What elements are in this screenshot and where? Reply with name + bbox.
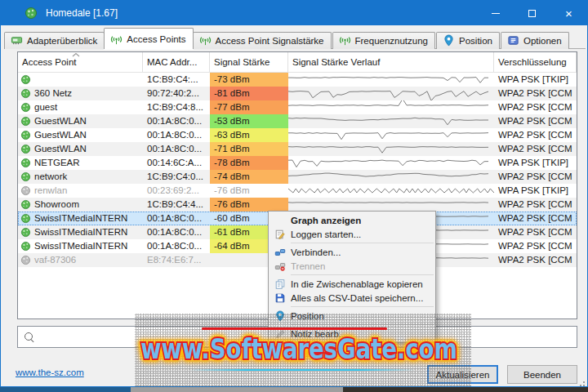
menu-separator xyxy=(291,274,434,275)
column-header-label: Signal Stärke xyxy=(214,57,270,67)
mac-address-cell: E8:74:E6:7... xyxy=(143,253,210,267)
table-row[interactable]: network1C:B9:C4:0...-74 dBmWPA2 PSK [CCM xyxy=(18,170,577,184)
access-point-icon xyxy=(20,144,31,154)
menu-item-verbinden[interactable]: Verbinden... xyxy=(269,245,435,259)
watermark-cyan-line xyxy=(189,369,415,371)
tab-frequenznutzung[interactable]: Frequenznutzung xyxy=(332,32,436,49)
column-header-signal-stärke-verlauf[interactable]: Signal Stärke Verlauf xyxy=(288,52,494,72)
encryption-cell: WPA2 PSK [CCM xyxy=(494,253,577,267)
connect-icon xyxy=(269,247,291,258)
quit-button[interactable]: Beenden xyxy=(507,365,577,384)
menu-item-alles-als-csv-datei-speichern[interactable]: Alles als CSV-Datei speichern... xyxy=(269,291,435,305)
mac-address-cell: 1C:B9:C4:... xyxy=(143,73,210,87)
search-icon xyxy=(24,332,34,342)
signal-history-sparkline xyxy=(288,170,494,184)
signal-strength-cell: -77 dBm xyxy=(210,100,288,114)
column-header-label: Signal Stärke Verlauf xyxy=(292,57,380,67)
column-header-signal-stärke[interactable]: Signal Stärke xyxy=(210,52,288,72)
mac-address-cell: 1C:B9:C4:8... xyxy=(143,100,210,114)
menu-item-loggen-starten[interactable]: Loggen starten... xyxy=(269,227,435,241)
signal-strength-cell: -78 dBm xyxy=(210,156,288,170)
menu-item-in-die-zwischenablage-kopieren[interactable]: In die Zwischenablage kopieren xyxy=(269,277,435,291)
column-header-mac-addr-[interactable]: MAC Addr... xyxy=(143,52,210,72)
table-row[interactable]: guest1C:B9:C4:8...-77 dBmWPA2 PSK [CCM xyxy=(18,100,577,114)
access-point-icon xyxy=(20,74,31,85)
table-row[interactable]: GuestWLAN00:1A:8C:0...-71 dBmWPA2 PSK [C… xyxy=(18,142,577,156)
table-row[interactable]: 1C:B9:C4:...-73 dBmWPA PSK [TKIP] xyxy=(18,73,577,87)
access-point-icon xyxy=(20,199,31,210)
access-point-icon xyxy=(20,255,31,265)
tab-label: Position xyxy=(459,36,492,46)
copy-icon xyxy=(269,278,291,290)
close-button[interactable]: × xyxy=(550,1,587,25)
ap-name-cell: SwissITMediaINTERN xyxy=(18,225,143,239)
ap-name: NETGEAR xyxy=(34,156,80,170)
tab-access-point-signalstärke[interactable]: Access Point Signalstärke xyxy=(193,32,332,49)
tab-label: Access Point Signalstärke xyxy=(216,36,324,46)
encryption-cell: WPA2 PSK [CCM xyxy=(494,225,577,239)
column-header-label: Access Point xyxy=(22,57,76,67)
mac-address-cell: 00:1A:8C:0... xyxy=(143,128,210,142)
tab-adapterüberblick[interactable]: Adapterüberblick xyxy=(4,32,105,49)
table-row[interactable]: renwlan00:23:69:2...-76 dBmWPA PSK [TKIP… xyxy=(18,184,577,198)
encryption-cell: WPA2 PSK [CCM xyxy=(494,170,577,184)
signal-strength-cell: -73 dBm xyxy=(210,73,288,87)
encryption-cell: WPA2 PSK [CCM xyxy=(494,87,577,100)
encryption-cell: WPA2 PSK [CCM xyxy=(494,212,577,225)
homepage-link[interactable]: www.the-sz.com xyxy=(16,368,84,377)
table-row[interactable]: Showroom1C:B9:C4:4...-76 dBmWPA2 PSK [CC… xyxy=(18,198,577,212)
ap-name: GuestWLAN xyxy=(34,114,87,128)
mac-address-cell: 00:1A:8C:0... xyxy=(143,114,210,128)
mac-address-cell: 00:1A:8C:0... xyxy=(143,212,210,225)
mac-address-cell: 90:72:40:2... xyxy=(143,87,210,100)
minimize-button[interactable] xyxy=(477,1,514,25)
column-header-verschlüsselung[interactable]: Verschlüsselung xyxy=(494,52,577,72)
options-icon xyxy=(507,34,519,47)
resize-grip[interactable] xyxy=(580,381,585,386)
ap-name: vaf-87306 xyxy=(34,253,76,267)
tab-label: Optionen xyxy=(523,36,562,46)
ap-name: GuestWLAN xyxy=(34,142,87,156)
maximize-button[interactable] xyxy=(514,1,550,25)
antenna-icon xyxy=(199,34,212,47)
ap-name-cell: GuestWLAN xyxy=(18,142,143,156)
column-header-label: MAC Addr... xyxy=(147,57,197,67)
tab-optionen[interactable]: Optionen xyxy=(501,32,569,49)
ap-name: GuestWLAN xyxy=(34,128,87,142)
access-point-icon xyxy=(20,185,31,196)
pin-icon xyxy=(443,34,455,47)
tab-label: Access Points xyxy=(127,34,185,44)
watermark-text-label: www.SoftwaresGate.com xyxy=(140,332,457,365)
signal-history-sparkline xyxy=(288,73,494,87)
ap-name-cell: network xyxy=(18,170,143,184)
menu-item-position[interactable]: Position xyxy=(269,309,435,323)
encryption-cell: WPA PSK [TKIP] xyxy=(494,73,577,87)
context-menu: Graph anzeigenLoggen starten...Verbinden… xyxy=(268,211,436,343)
menu-item-graph-anzeigen[interactable]: Graph anzeigen xyxy=(269,213,435,227)
table-header: Access PointMAC Addr...Signal StärkeSign… xyxy=(18,52,577,73)
column-header-access-point[interactable]: Access Point xyxy=(18,52,143,72)
signal-history-sparkline xyxy=(288,142,494,156)
table-row[interactable]: GuestWLAN00:1A:8C:0...-63 dBmWPA2 PSK [C… xyxy=(18,128,577,142)
signal-history-sparkline xyxy=(288,198,494,212)
menu-item-label: Graph anzeigen xyxy=(291,216,361,225)
table-row[interactable]: NETGEAR00:14:6C:A...-78 dBmWPA PSK [TKIP… xyxy=(18,156,577,170)
ap-name-cell: 360 Netz xyxy=(18,87,143,100)
tab-position[interactable]: Position xyxy=(436,32,500,49)
signal-history-sparkline xyxy=(288,114,494,128)
signal-strength-cell: -81 dBm xyxy=(210,87,288,100)
signal-strength-cell: -76 dBm xyxy=(210,198,288,212)
menu-separator xyxy=(291,324,434,325)
app-icon xyxy=(24,7,38,20)
ap-name-cell: GuestWLAN xyxy=(18,128,143,142)
mac-address-cell: 1C:B9:C4:4... xyxy=(143,198,210,212)
encryption-cell: WPA2 PSK [CCM xyxy=(494,142,577,156)
table-row[interactable]: GuestWLAN00:1A:8C:0...-53 dBmWPA2 PSK [C… xyxy=(18,114,577,128)
title-bar: Homedale [1.67] × xyxy=(1,1,587,25)
menu-separator xyxy=(291,243,434,243)
menu-item-label: Position xyxy=(291,311,324,321)
tab-access-points[interactable]: Access Points xyxy=(104,28,193,49)
table-row[interactable]: 360 Netz90:72:40:2...-81 dBmWPA2 PSK [CC… xyxy=(18,87,577,100)
access-point-icon xyxy=(20,158,31,168)
ap-name: SwissITMediaINTERN xyxy=(34,212,127,225)
